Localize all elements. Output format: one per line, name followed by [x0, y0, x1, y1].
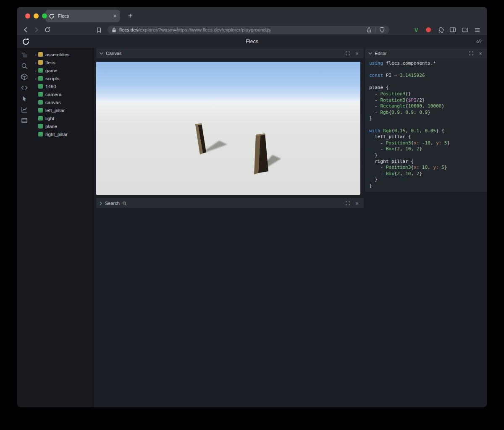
query-table-button[interactable]	[20, 116, 29, 125]
close-panel-button[interactable]: ×	[354, 200, 360, 207]
code-token: -	[369, 171, 386, 176]
code-line: - Box{2, 10, 2}	[369, 171, 483, 177]
expand-panel-button[interactable]	[344, 200, 351, 207]
tree-item-flecs[interactable]: ›flecs	[32, 58, 93, 66]
code-token: 10000	[428, 103, 441, 109]
sidebar-toggle-button[interactable]	[449, 26, 457, 34]
code-token: -10	[422, 140, 430, 146]
expand-panel-button[interactable]	[344, 50, 351, 57]
code-line: const PI = 3.1415926	[369, 73, 483, 79]
tool-sidebar	[17, 48, 32, 407]
code-token: 5	[441, 165, 444, 170]
address-bar[interactable]: flecs.dev/explorer/?wasm=https://www.fle…	[108, 26, 389, 34]
expand-arrow-icon[interactable]: ›	[34, 68, 38, 73]
code-token: ,	[422, 103, 428, 109]
extension-v-button[interactable]: V	[412, 26, 420, 34]
code-token: PI =	[383, 73, 400, 78]
tree-item-label: flecs	[45, 60, 55, 65]
share-button[interactable]	[365, 26, 372, 33]
tree-item-game[interactable]: ›game	[32, 66, 93, 74]
canvas-3d-scene[interactable]	[96, 62, 360, 195]
tree-item-label: canvas	[45, 100, 60, 105]
inspect-button[interactable]	[20, 94, 29, 103]
entities-button[interactable]	[20, 73, 29, 81]
code-token: -	[369, 140, 386, 146]
entity-color-icon	[38, 76, 43, 81]
tree-item-label: game	[45, 68, 58, 73]
expand-arrow-icon[interactable]: ›	[34, 60, 38, 65]
tree-item-camera[interactable]: camera	[32, 90, 93, 98]
code-view-button[interactable]	[20, 84, 29, 92]
main-area: Canvas ×	[93, 48, 487, 407]
statistics-button[interactable]	[20, 105, 29, 114]
url-path: /explorer/?wasm=https://www.flecs.dev/ex…	[138, 27, 270, 32]
forward-button[interactable]	[32, 25, 41, 34]
fullscreen-icon	[346, 51, 350, 55]
expand-panel-button[interactable]	[468, 50, 475, 57]
tree-item-light[interactable]: light	[32, 114, 93, 122]
close-panel-button[interactable]: ×	[477, 50, 484, 57]
close-panel-button[interactable]: ×	[354, 50, 360, 57]
cursor-icon	[21, 95, 28, 102]
extension-record-button[interactable]	[424, 26, 433, 34]
zoom-window-button[interactable]	[42, 13, 47, 18]
menu-button[interactable]	[473, 26, 481, 34]
code-token: Rectangle	[381, 103, 406, 109]
extensions-button[interactable]	[436, 26, 445, 34]
panel-title: Canvas	[106, 51, 121, 56]
code-token: {	[383, 85, 388, 90]
tree-item-scripts[interactable]: ›scripts	[32, 74, 93, 82]
address-bar-actions	[365, 26, 385, 33]
brave-shields-button[interactable]	[378, 26, 385, 33]
bookmark-button[interactable]	[94, 25, 103, 34]
tree-item-plane[interactable]: plane	[32, 122, 93, 130]
search-sidebar-button[interactable]	[20, 62, 29, 70]
wallet-button[interactable]	[461, 26, 469, 34]
code-token: {	[388, 110, 391, 115]
expand-arrow-icon[interactable]: ›	[34, 76, 38, 81]
tree-item-canvas[interactable]: canvas	[32, 98, 93, 106]
code-token: 2	[397, 171, 400, 176]
chevron-down-icon	[100, 52, 103, 55]
code-token: 10	[405, 171, 411, 176]
canvas-panel-header[interactable]: Canvas ×	[96, 48, 364, 58]
minimize-window-button[interactable]	[34, 13, 39, 18]
code-token: {}	[405, 91, 411, 97]
tree-item-right_pillar[interactable]: right_pillar	[32, 130, 93, 138]
code-token: ,	[411, 146, 416, 152]
tree-view-button[interactable]	[20, 51, 29, 59]
tree-item-1460[interactable]: 1460	[32, 82, 93, 90]
tree-item-left_pillar[interactable]: left_pillar	[32, 106, 93, 114]
sidebar-panel-icon	[449, 26, 456, 33]
entity-color-icon	[38, 116, 43, 121]
code-editor[interactable]: using flecs.components.* const PI = 3.14…	[365, 58, 487, 192]
code-line: }	[369, 115, 483, 122]
browser-tab[interactable]: Flecs ×	[45, 10, 120, 22]
divider	[375, 27, 375, 32]
expand-arrow-icon[interactable]: ›	[34, 52, 38, 57]
code-line	[369, 67, 483, 73]
tab-bar: Flecs × +	[17, 7, 487, 24]
code-token: 0.9	[419, 110, 428, 115]
code-token: {	[411, 165, 414, 170]
entity-color-icon	[38, 92, 43, 97]
code-line	[369, 122, 483, 128]
tree-item-assemblies[interactable]: ›assemblies	[32, 50, 93, 58]
page-title: Flecs	[17, 39, 487, 45]
close-window-button[interactable]	[25, 13, 30, 18]
code-token: } {	[436, 128, 444, 134]
editor-panel-header[interactable]: Editor ×	[365, 48, 487, 58]
entity-color-icon	[38, 132, 43, 136]
new-tab-button[interactable]: +	[125, 11, 135, 21]
back-button[interactable]	[21, 25, 30, 34]
code-token: Rotation3	[381, 97, 406, 103]
code-line: - Box{2, 10, 2}	[369, 146, 483, 152]
tree-item-label: 1460	[45, 84, 56, 89]
tab-close-icon[interactable]: ×	[113, 13, 117, 19]
code-token: Position3	[386, 165, 411, 170]
reload-icon	[44, 26, 51, 33]
code-line: right_pillar {	[369, 159, 483, 165]
code-token: }	[441, 103, 444, 109]
reload-button[interactable]	[43, 25, 52, 34]
search-panel-header[interactable]: Search ×	[96, 198, 364, 208]
